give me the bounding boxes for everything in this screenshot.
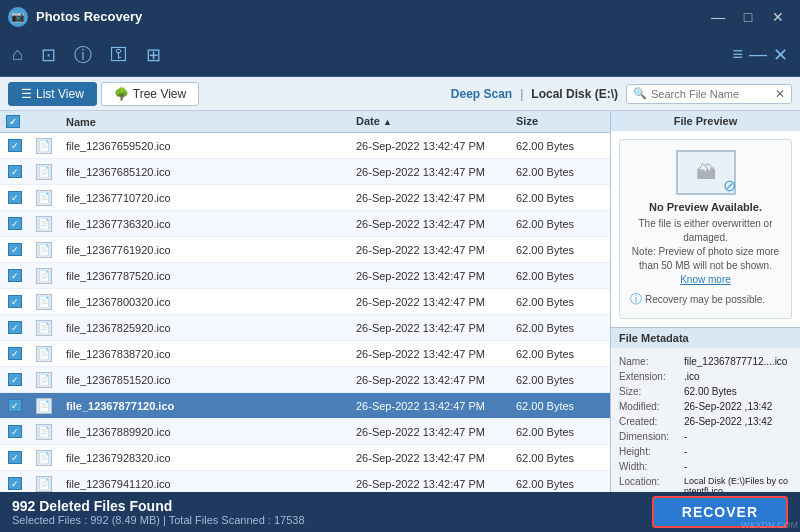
list-view-tab[interactable]: ☰ List View: [8, 82, 97, 106]
checkbox-icon[interactable]: [8, 347, 22, 360]
table-row[interactable]: 📄file_12367825920.ico26-Sep-2022 13:42:4…: [0, 315, 610, 341]
table-row[interactable]: 📄file_12367889920.ico26-Sep-2022 13:42:4…: [0, 419, 610, 445]
table-row[interactable]: 📄file_12367685120.ico26-Sep-2022 13:42:4…: [0, 159, 610, 185]
table-row[interactable]: 📄file_12367710720.ico26-Sep-2022 13:42:4…: [0, 185, 610, 211]
row-checkbox[interactable]: [0, 318, 30, 337]
search-clear-button[interactable]: ✕: [775, 87, 785, 101]
checkbox-icon[interactable]: [8, 321, 22, 334]
meta-name-label: Name:: [619, 356, 684, 367]
table-row[interactable]: 📄file_12367787520.ico26-Sep-2022 13:42:4…: [0, 263, 610, 289]
file-name: file_12367685120.ico: [60, 163, 350, 181]
app-icon: 📷: [8, 7, 28, 27]
file-name: file_12367659520.ico: [60, 137, 350, 155]
know-more-link[interactable]: Know more: [680, 274, 731, 285]
checkbox-icon[interactable]: [8, 269, 22, 282]
row-checkbox[interactable]: [0, 292, 30, 311]
file-rows: 📄file_12367659520.ico26-Sep-2022 13:42:4…: [0, 133, 610, 492]
file-icon: 📄: [30, 421, 60, 443]
file-date: 26-Sep-2022 13:42:47 PM: [350, 163, 510, 181]
scan-icon[interactable]: ⊡: [41, 44, 56, 66]
row-checkbox[interactable]: [0, 448, 30, 467]
file-table-header: Name Date ▲ Size: [0, 111, 610, 133]
checkbox-icon[interactable]: [8, 373, 22, 386]
file-size: 62.00 Bytes: [510, 423, 610, 441]
file-name: file_12367928320.ico: [60, 449, 350, 467]
file-size: 62.00 Bytes: [510, 163, 610, 181]
table-row[interactable]: 📄file_12367851520.ico26-Sep-2022 13:42:4…: [0, 367, 610, 393]
file-size: 62.00 Bytes: [510, 371, 610, 389]
meta-dimension-row: Dimension: -: [619, 431, 792, 442]
checkbox-icon[interactable]: [8, 243, 22, 256]
checkbox-icon[interactable]: [8, 217, 22, 230]
checkbox-icon[interactable]: [8, 191, 22, 204]
row-checkbox[interactable]: [0, 474, 30, 492]
title-bar: 📷 Photos Recovery — □ ✕: [0, 0, 800, 33]
row-checkbox[interactable]: [0, 344, 30, 363]
table-row[interactable]: 📄file_12367941120.ico26-Sep-2022 13:42:4…: [0, 471, 610, 492]
size-column-header: Size: [510, 115, 610, 128]
minimize-button[interactable]: —: [704, 7, 732, 27]
note-text: Note: Preview of photo size more than 50…: [632, 246, 779, 271]
row-checkbox[interactable]: [0, 136, 30, 155]
file-size: 62.00 Bytes: [510, 319, 610, 337]
file-date: 26-Sep-2022 13:42:47 PM: [350, 267, 510, 285]
table-row[interactable]: 📄file_12367761920.ico26-Sep-2022 13:42:4…: [0, 237, 610, 263]
file-name: file_12367736320.ico: [60, 215, 350, 233]
meta-modified-value: 26-Sep-2022 ,13:42: [684, 401, 772, 412]
file-name: file_12367787520.ico: [60, 267, 350, 285]
selected-files-info: Selected Files : 992 (8.49 MB) | Total F…: [12, 514, 305, 526]
checkbox-icon[interactable]: [8, 399, 22, 412]
row-checkbox[interactable]: [0, 188, 30, 207]
file-date: 26-Sep-2022 13:42:47 PM: [350, 475, 510, 493]
toolbar-divider: |: [520, 87, 523, 101]
checkbox-icon[interactable]: [8, 165, 22, 178]
file-icon: 📄: [30, 369, 60, 391]
info-icon[interactable]: ⓘ: [74, 43, 92, 67]
table-row[interactable]: 📄file_12367736320.ico26-Sep-2022 13:42:4…: [0, 211, 610, 237]
select-all-checkbox[interactable]: [6, 115, 20, 128]
checkbox-icon[interactable]: [8, 477, 22, 490]
header-checkbox: [0, 115, 30, 128]
name-column-header: Name: [66, 116, 96, 128]
row-checkbox[interactable]: [0, 240, 30, 259]
nav-minimize-icon[interactable]: —: [749, 44, 767, 65]
key-icon[interactable]: ⚿: [110, 44, 128, 65]
file-date: 26-Sep-2022 13:42:47 PM: [350, 215, 510, 233]
table-row[interactable]: 📄file_12367838720.ico26-Sep-2022 13:42:4…: [0, 341, 610, 367]
meta-ext-label: Extension:: [619, 371, 684, 382]
local-disk-label: Local Disk (E:\): [531, 87, 618, 101]
home-icon[interactable]: ⌂: [12, 44, 23, 65]
tree-view-icon: 🌳: [114, 87, 129, 101]
row-checkbox[interactable]: [0, 396, 30, 415]
nav-close-icon[interactable]: ✕: [773, 44, 788, 66]
file-icon: 📄: [30, 213, 60, 235]
row-checkbox[interactable]: [0, 214, 30, 233]
tree-view-tab[interactable]: 🌳 Tree View: [101, 82, 199, 106]
table-row[interactable]: 📄file_12367877120.ico26-Sep-2022 13:42:4…: [0, 393, 610, 419]
file-icon: 📄: [30, 265, 60, 287]
row-checkbox[interactable]: [0, 266, 30, 285]
checkbox-icon[interactable]: [8, 295, 22, 308]
row-checkbox[interactable]: [0, 370, 30, 389]
search-icon: 🔍: [633, 87, 647, 100]
table-row[interactable]: 📄file_12367659520.ico26-Sep-2022 13:42:4…: [0, 133, 610, 159]
maximize-button[interactable]: □: [734, 7, 762, 27]
close-button[interactable]: ✕: [764, 7, 792, 27]
checkbox-icon[interactable]: [8, 425, 22, 438]
grid-icon[interactable]: ⊞: [146, 44, 161, 66]
meta-ext-row: Extension: .ico: [619, 371, 792, 382]
checkbox-icon[interactable]: [8, 451, 22, 464]
table-row[interactable]: 📄file_12367800320.ico26-Sep-2022 13:42:4…: [0, 289, 610, 315]
row-checkbox[interactable]: [0, 422, 30, 441]
nav-bar: ⌂ ⊡ ⓘ ⚿ ⊞ ≡ — ✕: [0, 33, 800, 77]
bottom-info: 992 Deleted Files Found Selected Files :…: [12, 498, 305, 526]
search-input[interactable]: [651, 88, 771, 100]
menu-icon[interactable]: ≡: [732, 44, 743, 65]
file-size: 62.00 Bytes: [510, 449, 610, 467]
row-checkbox[interactable]: [0, 162, 30, 181]
table-row[interactable]: 📄file_12367928320.ico26-Sep-2022 13:42:4…: [0, 445, 610, 471]
checkbox-icon[interactable]: [8, 139, 22, 152]
file-icon: 📄: [30, 447, 60, 469]
meta-modified-label: Modified:: [619, 401, 684, 412]
meta-size-row: Size: 62.00 Bytes: [619, 386, 792, 397]
